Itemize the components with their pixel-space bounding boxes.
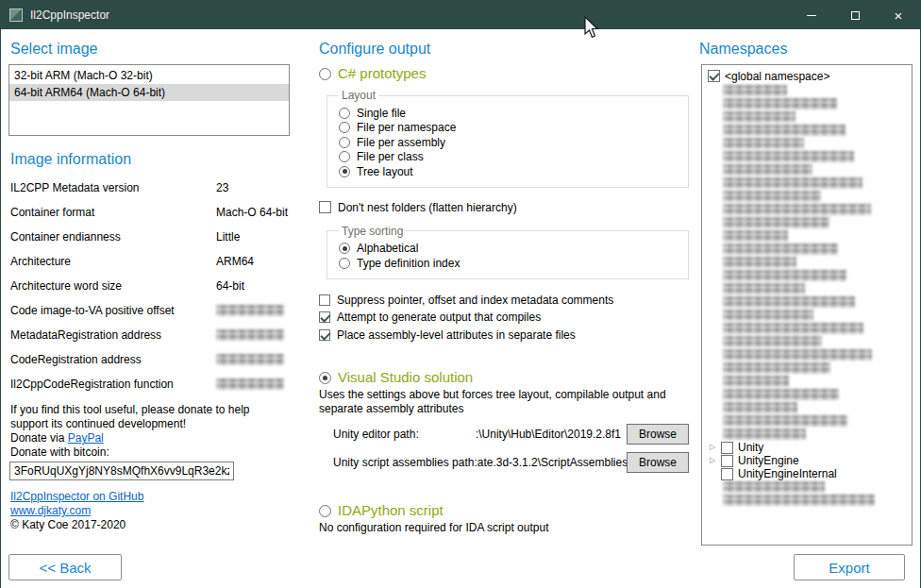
namespace-item-redacted[interactable] xyxy=(706,137,908,150)
checkbox-icon xyxy=(319,329,330,341)
image-list-item[interactable]: 64-bit ARM64 (Mach-O 64-bit) xyxy=(9,84,289,101)
sorting-option[interactable]: Alphabetical xyxy=(339,242,678,257)
expander-icon[interactable]: ▷ xyxy=(710,442,721,453)
sorting-option[interactable]: Type definition index xyxy=(339,256,678,271)
namespace-item[interactable]: ▷Unity xyxy=(706,441,908,454)
layout-option[interactable]: File per class xyxy=(339,150,678,165)
redacted-text xyxy=(723,151,854,162)
github-link[interactable]: Il2CppInspector on GitHub xyxy=(10,490,143,503)
layout-option[interactable]: File per assembly xyxy=(339,135,678,150)
namespace-item-redacted[interactable] xyxy=(706,229,908,243)
namespace-item-redacted[interactable] xyxy=(706,361,908,375)
checkbox-icon[interactable] xyxy=(721,455,733,467)
output-checkbox[interactable]: Suppress pointer, offset and index metad… xyxy=(319,292,689,310)
namespace-item-redacted[interactable] xyxy=(706,388,908,401)
redacted-text xyxy=(723,362,830,374)
output-checkbox[interactable]: Attempt to generate output that compiles xyxy=(319,309,689,327)
namespace-item-redacted[interactable] xyxy=(706,243,908,256)
bitcoin-address-input[interactable] xyxy=(9,462,234,480)
namespace-item-redacted[interactable] xyxy=(706,163,908,176)
minimize-button[interactable] xyxy=(790,1,833,29)
namespace-item-redacted[interactable] xyxy=(706,176,908,190)
output-type-vs-radio[interactable]: Visual Studio solution xyxy=(319,369,689,385)
redacted-text xyxy=(723,164,812,176)
layout-option[interactable]: File per namespace xyxy=(339,121,678,136)
namespace-item-redacted[interactable] xyxy=(706,494,908,507)
namespace-item[interactable]: UnityEngineInternal xyxy=(706,467,908,480)
namespace-item-redacted[interactable] xyxy=(706,150,908,163)
output-type-csharp-radio[interactable]: C# prototypes xyxy=(319,65,689,81)
namespace-item-redacted[interactable] xyxy=(706,375,908,388)
checkbox-icon[interactable] xyxy=(721,468,733,480)
back-button[interactable]: << Back xyxy=(8,554,122,580)
layout-option[interactable]: Single file xyxy=(339,106,678,121)
radio-label: File per namespace xyxy=(357,121,456,134)
namespace-item-redacted[interactable] xyxy=(706,309,908,322)
namespace-item-redacted[interactable] xyxy=(706,401,908,414)
namespace-item-redacted[interactable] xyxy=(706,110,908,124)
title-bar[interactable]: Il2CppInspector × xyxy=(1,1,920,29)
namespace-item-global[interactable]: <global namespace> xyxy=(706,68,908,84)
flatten-hierarchy-checkbox[interactable]: Don't nest folders (flatten hierarchy) xyxy=(319,200,689,215)
close-button[interactable]: × xyxy=(877,1,920,29)
image-list[interactable]: 32-bit ARM (Mach-O 32-bit)64-bit ARM64 (… xyxy=(8,64,290,136)
namespace-item[interactable]: ▷UnityEngine xyxy=(706,454,908,467)
info-value: Little xyxy=(216,230,290,244)
namespace-item-redacted[interactable] xyxy=(706,216,908,229)
namespace-item-redacted[interactable] xyxy=(706,414,908,428)
redacted-text xyxy=(723,310,813,321)
app-icon xyxy=(9,8,23,22)
radio-label: Tree layout xyxy=(357,165,413,178)
checkbox-label: Suppress pointer, offset and index metad… xyxy=(337,294,613,307)
unity-editor-path-value[interactable]: :\Unity\Hub\Editor\2019.2.8f1 xyxy=(419,428,627,441)
ida-description: No configuration required for IDA script… xyxy=(319,521,689,535)
website-link[interactable]: www.djkaty.com xyxy=(10,504,91,517)
namespace-item-redacted[interactable] xyxy=(706,295,908,309)
radio-icon xyxy=(339,151,350,162)
namespace-item-redacted[interactable] xyxy=(706,480,908,494)
unity-script-assemblies-path-row: Unity script assemblies path: ate.3d-3.1… xyxy=(333,452,689,473)
image-info-heading: Image information xyxy=(10,151,290,168)
namespace-item-redacted[interactable] xyxy=(706,322,908,335)
csharp-prototypes-label: C# prototypes xyxy=(338,65,426,81)
namespace-item-redacted[interactable] xyxy=(706,190,908,203)
namespace-tree[interactable]: <global namespace> ▷Unity▷UnityEngineUni… xyxy=(701,64,913,546)
redacted-text xyxy=(723,244,838,255)
namespace-item-redacted[interactable] xyxy=(706,269,908,282)
image-info-table: IL2CPP Metadata version23Container forma… xyxy=(10,176,290,396)
checkbox-icon[interactable] xyxy=(721,442,733,454)
copyright-text: © Katy Coe 2017-2020 xyxy=(10,518,290,532)
namespace-item-redacted[interactable] xyxy=(706,282,908,295)
maximize-icon xyxy=(851,11,860,20)
output-type-ida-radio[interactable]: IDAPython script xyxy=(319,502,689,518)
layout-option[interactable]: Tree layout xyxy=(339,164,678,179)
namespace-label: UnityEngineInternal xyxy=(738,467,837,480)
maximize-button[interactable] xyxy=(833,1,877,29)
namespace-item-redacted[interactable] xyxy=(706,256,908,269)
namespace-item-redacted[interactable] xyxy=(706,428,908,441)
info-row: Il2CppCodeRegistration function xyxy=(10,372,290,396)
namespace-item-redacted[interactable] xyxy=(706,124,908,137)
redacted-text xyxy=(723,98,837,109)
redacted-text xyxy=(723,138,804,149)
image-list-item[interactable]: 32-bit ARM (Mach-O 32-bit) xyxy=(9,67,289,84)
output-checkbox[interactable]: Place assembly-level attributes in separ… xyxy=(319,327,689,344)
namespace-item-redacted[interactable] xyxy=(706,348,908,361)
browse-unity-editor-button[interactable]: Browse xyxy=(627,424,689,445)
unity-script-assemblies-value[interactable]: ate.3d-3.1.2\ScriptAssemblies xyxy=(477,456,627,469)
checkbox-icon xyxy=(319,311,330,323)
namespace-item-redacted[interactable] xyxy=(706,97,908,110)
redacted-text xyxy=(723,481,825,493)
info-label: Il2CppCodeRegistration function xyxy=(10,378,216,391)
expander-icon[interactable]: ▷ xyxy=(710,455,721,466)
checkbox-icon[interactable] xyxy=(708,70,720,82)
type-sorting-groupbox: Type sorting AlphabeticalType definition… xyxy=(327,225,689,279)
namespace-item-redacted[interactable] xyxy=(706,335,908,348)
namespace-item-redacted[interactable] xyxy=(706,203,908,216)
namespace-item-redacted[interactable] xyxy=(706,84,908,97)
browse-script-assemblies-button[interactable]: Browse xyxy=(627,452,689,473)
idapython-script-label: IDAPython script xyxy=(338,502,444,518)
paypal-link[interactable]: PayPal xyxy=(68,431,104,445)
info-row: Architecture word size64-bit xyxy=(10,274,290,298)
export-button[interactable]: Export xyxy=(794,554,905,580)
